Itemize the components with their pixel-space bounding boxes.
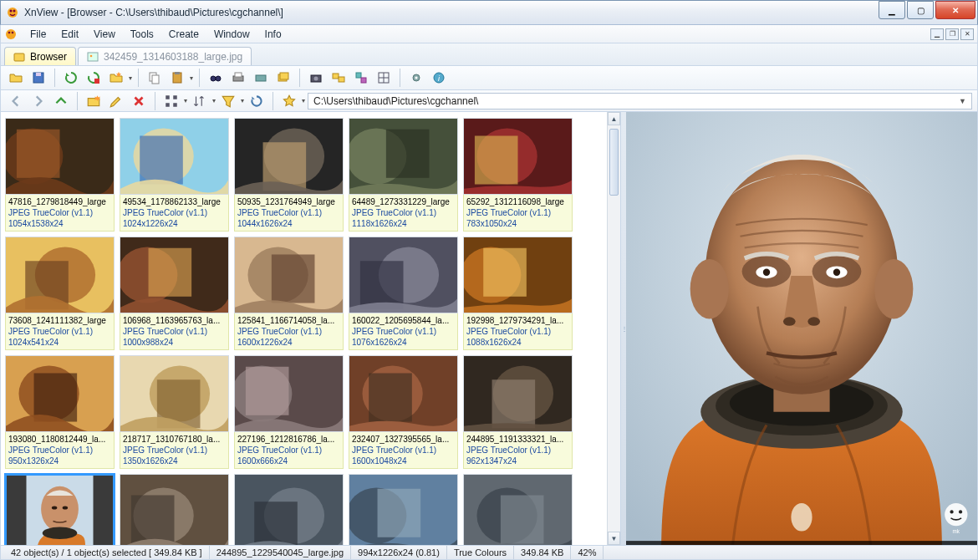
thumbnail-image[interactable] bbox=[120, 474, 229, 545]
menu-info[interactable]: Info bbox=[257, 27, 289, 42]
menu-edit[interactable]: Edit bbox=[53, 27, 86, 42]
vertical-scrollbar[interactable]: ▲ ▼ bbox=[607, 112, 620, 545]
thumbnail-image[interactable] bbox=[234, 355, 344, 432]
mdi-close-icon[interactable]: ✕ bbox=[960, 28, 974, 40]
thumbnail-cell[interactable]: 244895_1191333321_la...JPEG TrueColor (v… bbox=[461, 353, 575, 471]
thumbnail-cell[interactable]: 50935_1231764949_largeJPEG TrueColor (v1… bbox=[232, 115, 346, 234]
new-folder-button[interactable] bbox=[84, 91, 104, 111]
sort-button[interactable] bbox=[190, 91, 210, 111]
thumbnail-scroll-area[interactable]: 47816_1279818449_largeJPEG TrueColor (v1… bbox=[1, 112, 607, 545]
svg-point-110 bbox=[874, 259, 913, 318]
tab-image[interactable]: 342459_1314603188_large.jpg bbox=[78, 47, 252, 65]
search-button[interactable] bbox=[206, 68, 226, 88]
slideshow-button[interactable] bbox=[273, 68, 293, 88]
thumbnail-cell[interactable]: 160022_1205695844_la...JPEG TrueColor (v… bbox=[346, 234, 461, 353]
scroll-down-button[interactable]: ▼ bbox=[608, 532, 620, 545]
thumbnail-cell[interactable]: 64489_1273331229_largeJPEG TrueColor (v1… bbox=[346, 115, 461, 234]
thumbnail-cell[interactable]: 227196_1212816786_la...JPEG TrueColor (v… bbox=[232, 353, 346, 471]
chevron-down-icon[interactable]: ▼ bbox=[959, 97, 966, 105]
thumbnail-image[interactable] bbox=[120, 118, 229, 195]
thumbnail-image[interactable] bbox=[349, 474, 458, 545]
scrollbar-thumb[interactable] bbox=[609, 129, 619, 196]
image-icon bbox=[87, 51, 99, 63]
thumbnail-image[interactable] bbox=[349, 118, 458, 195]
thumbnail-cell[interactable]: 47816_1279818449_largeJPEG TrueColor (v1… bbox=[3, 115, 117, 234]
star-icon bbox=[282, 94, 297, 109]
thumbnail-cell[interactable]: 65292_1312116098_largeJPEG TrueColor (v1… bbox=[461, 115, 575, 234]
menu-tools[interactable]: Tools bbox=[123, 27, 161, 42]
paste-button[interactable] bbox=[167, 68, 187, 88]
thumbnail-cell[interactable]: 125841_1166714058_la...JPEG TrueColor (v… bbox=[232, 234, 346, 353]
window-close-button[interactable] bbox=[935, 1, 975, 19]
refresh-stop-button[interactable] bbox=[84, 68, 104, 88]
thumbnail-image[interactable] bbox=[5, 355, 115, 432]
thumbnail-cell[interactable]: 106968_1163965763_la...JPEG TrueColor (v… bbox=[117, 234, 232, 353]
thumbnail-image[interactable] bbox=[234, 474, 344, 545]
preview-image[interactable]: CGSociety.org Copyright (C) Michael Kuts… bbox=[626, 112, 977, 545]
view-mode-button[interactable] bbox=[161, 91, 181, 111]
settings-button[interactable] bbox=[406, 68, 426, 88]
thumbnail-cell[interactable]: 192998_1279734291_la...JPEG TrueColor (v… bbox=[461, 234, 575, 353]
thumbnail-image[interactable] bbox=[349, 355, 458, 432]
thumbnail-image[interactable] bbox=[120, 237, 229, 313]
thumbnail-image[interactable] bbox=[463, 118, 573, 195]
scan-button[interactable] bbox=[251, 68, 271, 88]
menu-create[interactable]: Create bbox=[161, 27, 206, 42]
batch-button[interactable] bbox=[351, 68, 371, 88]
favorites-dropdown[interactable] bbox=[279, 91, 299, 111]
thumbnail-image[interactable] bbox=[234, 118, 344, 195]
thumbnail-cell[interactable] bbox=[232, 471, 346, 545]
svg-rect-55 bbox=[475, 135, 518, 184]
scroll-up-button[interactable]: ▲ bbox=[608, 112, 620, 125]
thumbnail-cell[interactable]: 232407_1327395565_la...JPEG TrueColor (v… bbox=[346, 353, 461, 471]
thumbnail-image[interactable] bbox=[5, 118, 115, 195]
nav-back-button[interactable] bbox=[6, 91, 26, 111]
thumbnail-cell[interactable] bbox=[346, 471, 461, 545]
favorites-button[interactable] bbox=[106, 68, 126, 88]
mdi-minimize-icon[interactable]: ▁ bbox=[930, 28, 944, 40]
refresh-button[interactable] bbox=[61, 68, 81, 88]
thumbnail-image[interactable] bbox=[120, 355, 229, 432]
thumbnail-cell[interactable] bbox=[3, 471, 117, 545]
thumbnail-cell[interactable] bbox=[461, 471, 575, 545]
refresh-folder-button[interactable] bbox=[247, 91, 267, 111]
menu-file[interactable]: File bbox=[23, 27, 53, 42]
layout-button[interactable] bbox=[374, 68, 394, 88]
mdi-restore-icon[interactable]: ❐ bbox=[945, 28, 959, 40]
thumbnail-image[interactable] bbox=[463, 237, 573, 313]
address-bar[interactable]: C:\Users\thibaud\Pictures\cgchannel\ ▼ bbox=[308, 93, 972, 109]
thumbnail-image[interactable] bbox=[349, 237, 458, 313]
nav-forward-button[interactable] bbox=[28, 91, 48, 111]
thumbnail-filename: 193080_1180812449_la... bbox=[8, 434, 111, 445]
thumbnail-image[interactable] bbox=[5, 474, 115, 545]
thumbnail-cell[interactable]: 193080_1180812449_la...JPEG TrueColor (v… bbox=[3, 353, 117, 471]
print-button[interactable] bbox=[228, 68, 248, 88]
capture-button[interactable] bbox=[306, 68, 326, 88]
thumbnail-image[interactable] bbox=[5, 237, 115, 313]
delete-button[interactable] bbox=[129, 91, 149, 111]
convert-button[interactable] bbox=[329, 68, 349, 88]
window-minimize-button[interactable] bbox=[879, 1, 905, 19]
nav-up-button[interactable] bbox=[51, 91, 71, 111]
copy-button[interactable] bbox=[145, 68, 165, 88]
open-button[interactable] bbox=[6, 68, 26, 88]
save-button[interactable] bbox=[28, 68, 48, 88]
svg-point-2 bbox=[13, 10, 16, 13]
about-button[interactable]: i bbox=[429, 68, 449, 88]
menu-window[interactable]: Window bbox=[206, 27, 257, 42]
thumbnail-filename: 160022_1205695844_la... bbox=[352, 315, 455, 326]
funnel-icon bbox=[221, 94, 236, 109]
thumbnail-image[interactable] bbox=[463, 355, 573, 432]
svg-point-17 bbox=[216, 76, 221, 81]
filter-button[interactable] bbox=[218, 91, 238, 111]
thumbnail-image[interactable] bbox=[463, 474, 573, 545]
tab-browser[interactable]: Browser bbox=[4, 47, 76, 65]
thumbnail-cell[interactable] bbox=[117, 471, 232, 545]
thumbnail-image[interactable] bbox=[234, 237, 344, 313]
thumbnail-cell[interactable]: 73608_1241111382_largeJPEG TrueColor (v1… bbox=[3, 234, 117, 353]
rename-button[interactable] bbox=[106, 91, 126, 111]
window-maximize-button[interactable] bbox=[907, 1, 934, 19]
thumbnail-cell[interactable]: 49534_1178862133_largeJPEG TrueColor (v1… bbox=[117, 115, 232, 234]
thumbnail-cell[interactable]: 218717_1310767180_la...JPEG TrueColor (v… bbox=[117, 353, 232, 471]
menu-view[interactable]: View bbox=[86, 27, 123, 42]
